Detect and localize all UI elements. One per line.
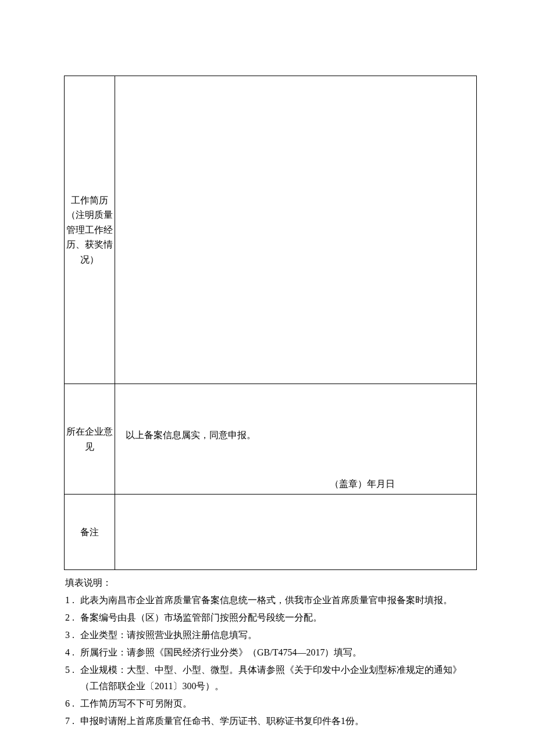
table-row: 所在企业意见 以上备案信息属实，同意申报。 （盖章）年月日 <box>65 384 477 495</box>
list-item: 5 . 企业规模：大型、中型、小型、微型。具体请参照《关于印发中小企业划型标准规… <box>65 662 477 694</box>
list-item-text: 工作简历写不下可另附页。 <box>80 698 192 708</box>
notes-title: 填表说明： <box>65 575 477 591</box>
list-item-number: 6 . <box>65 696 78 712</box>
work-history-label: 工作简历（注明质量管理工作经历、获奖情况） <box>66 195 113 264</box>
list-item-number: 4 . <box>65 644 78 661</box>
list-item-number: 7 . <box>65 713 78 729</box>
remark-label-cell: 备注 <box>65 495 115 570</box>
list-item: 1 . 此表为南昌市企业首席质量官备案信息统一格式，供我市企业首席质量官申报备案… <box>65 592 477 608</box>
list-item: 7 . 申报时请附上首席质量官任命书、学历证书、职称证书复印件各1份。 <box>65 713 477 729</box>
list-item: 4 . 所属行业：请参照《国民经济行业分类》（GB/T4754—2017）填写。 <box>65 644 477 661</box>
form-table: 工作简历（注明质量管理工作经历、获奖情况） 所在企业意见 以上备案信息属实，同意… <box>64 76 477 570</box>
list-item-number: 1 . <box>65 592 78 608</box>
notes-list: 1 . 此表为南昌市企业首席质量官备案信息统一格式，供我市企业首席质量官申报备案… <box>64 592 477 729</box>
list-item-text: 所属行业：请参照《国民经济行业分类》（GB/T4754—2017）填写。 <box>80 647 362 657</box>
list-item-text: 此表为南昌市企业首席质量官备案信息统一格式，供我市企业首席质量官申报备案时填报。 <box>80 595 452 605</box>
list-item: 3 . 企业类型：请按照营业执照注册信息填写。 <box>65 627 477 643</box>
list-item-number: 5 . <box>65 662 78 678</box>
list-item-text: 备案编号由县（区）市场监管部门按照分配号段统一分配。 <box>80 612 322 622</box>
table-row: 工作简历（注明质量管理工作经历、获奖情况） <box>65 76 477 384</box>
remark-value-cell <box>115 495 477 570</box>
list-item-number: 3 . <box>65 627 78 643</box>
opinion-label-cell: 所在企业意见 <box>65 384 115 495</box>
opinion-label: 所在企业意见 <box>66 427 113 452</box>
list-item: 6 . 工作简历写不下可另附页。 <box>65 696 477 712</box>
list-item-number: 2 . <box>65 610 78 626</box>
work-history-label-cell: 工作简历（注明质量管理工作经历、获奖情况） <box>65 76 115 384</box>
list-item: 2 . 备案编号由县（区）市场监管部门按照分配号段统一分配。 <box>65 610 477 626</box>
opinion-statement: 以上备案信息属实，同意申报。 <box>126 429 256 442</box>
list-item-text: 申报时请附上首席质量官任命书、学历证书、职称证书复印件各1份。 <box>80 716 364 726</box>
notes-section: 填表说明： 1 . 此表为南昌市企业首席质量官备案信息统一格式，供我市企业首席质… <box>64 575 477 729</box>
list-item-text: 企业规模：大型、中型、小型、微型。具体请参照《关于印发中小企业划型标准规定的通知… <box>80 665 462 691</box>
stamp-date-line: （盖章）年月日 <box>330 478 395 490</box>
remark-label: 备注 <box>80 527 99 537</box>
opinion-value-cell: 以上备案信息属实，同意申报。 （盖章）年月日 <box>115 384 477 495</box>
table-row: 备注 <box>65 495 477 570</box>
page-container: 工作简历（注明质量管理工作经历、获奖情况） 所在企业意见 以上备案信息属实，同意… <box>0 0 535 729</box>
work-history-value-cell <box>115 76 477 384</box>
list-item-text: 企业类型：请按照营业执照注册信息填写。 <box>80 630 257 640</box>
